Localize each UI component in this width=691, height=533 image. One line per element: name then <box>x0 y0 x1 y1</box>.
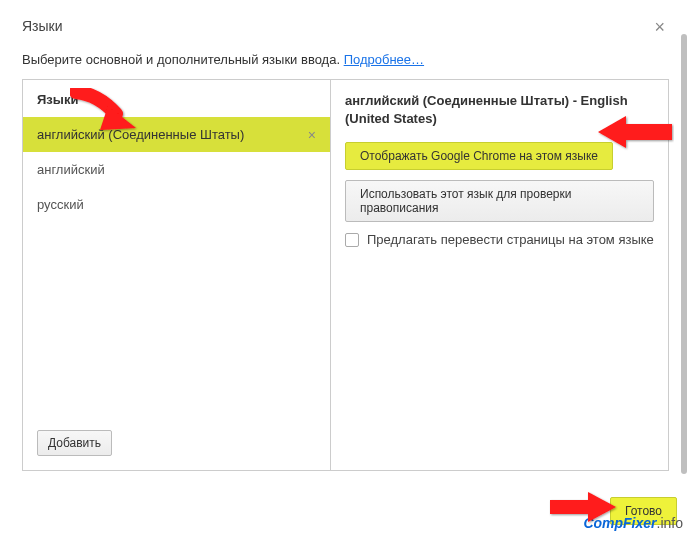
language-list-header: Языки <box>23 80 330 117</box>
language-list: английский (Соединенные Штаты) × английс… <box>23 117 330 420</box>
panels-container: Языки английский (Соединенные Штаты) × а… <box>22 79 669 471</box>
annotation-arrow-icon <box>548 489 618 525</box>
vertical-scrollbar[interactable] <box>681 34 687 474</box>
dialog-subtitle: Выберите основной и дополнительный языки… <box>22 52 669 67</box>
language-item-en[interactable]: английский <box>23 152 330 187</box>
display-chrome-in-language-button[interactable]: Отображать Google Chrome на этом языке <box>345 142 613 170</box>
dialog-title: Языки <box>22 18 63 34</box>
subtitle-text: Выберите основной и дополнительный языки… <box>22 52 344 67</box>
language-item-en-us[interactable]: английский (Соединенные Штаты) × <box>23 117 330 152</box>
language-item-ru[interactable]: русский <box>23 187 330 222</box>
offer-translate-row[interactable]: Предлагать перевести страницы на этом яз… <box>345 232 654 247</box>
remove-language-icon[interactable]: × <box>308 128 316 142</box>
language-item-label: русский <box>37 197 84 212</box>
done-button[interactable]: Готово <box>610 497 677 525</box>
selected-language-title: английский (Соединенные Штаты) - English… <box>345 92 654 128</box>
language-list-panel: Языки английский (Соединенные Штаты) × а… <box>23 80 331 470</box>
use-for-spellcheck-button[interactable]: Использовать этот язык для проверки прав… <box>345 180 654 222</box>
learn-more-link[interactable]: Подробнее… <box>344 52 424 67</box>
language-item-label: английский <box>37 162 105 177</box>
add-language-button[interactable]: Добавить <box>37 430 112 456</box>
offer-translate-label: Предлагать перевести страницы на этом яз… <box>367 232 654 247</box>
language-item-label: английский (Соединенные Штаты) <box>37 127 244 142</box>
svg-rect-3 <box>550 500 590 514</box>
close-icon[interactable]: × <box>650 18 669 36</box>
language-details-panel: английский (Соединенные Штаты) - English… <box>331 80 668 470</box>
offer-translate-checkbox[interactable] <box>345 233 359 247</box>
